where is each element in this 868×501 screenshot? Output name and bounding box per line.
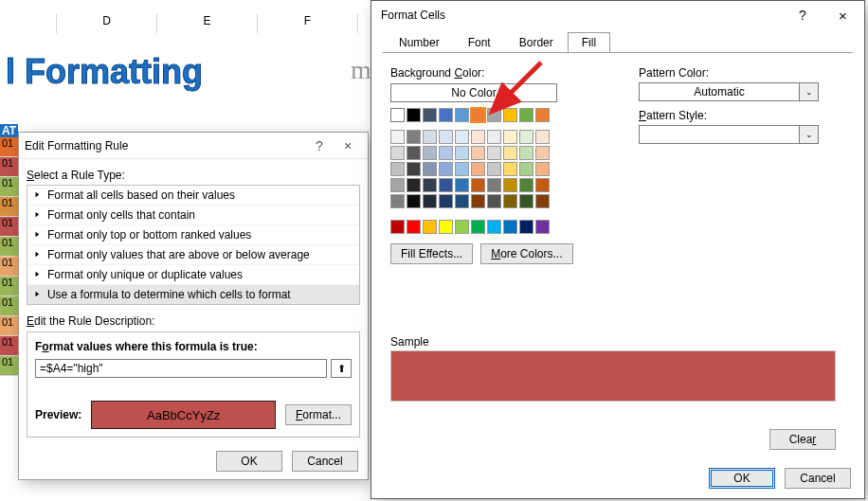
color-swatch[interactable]	[439, 194, 453, 208]
color-swatch[interactable]	[439, 146, 453, 160]
color-swatch[interactable]	[455, 162, 469, 176]
color-swatch[interactable]	[390, 220, 405, 234]
color-swatch[interactable]	[407, 146, 421, 160]
color-swatch[interactable]	[439, 108, 453, 122]
color-swatch[interactable]	[503, 162, 517, 176]
color-swatch[interactable]	[390, 178, 405, 192]
color-swatch[interactable]	[390, 194, 405, 208]
help-button[interactable]: ?	[305, 138, 334, 153]
color-swatch[interactable]	[487, 178, 501, 192]
formula-input[interactable]	[35, 359, 327, 378]
color-swatch[interactable]	[423, 178, 437, 192]
color-swatch[interactable]	[519, 194, 533, 208]
color-swatch[interactable]	[455, 146, 469, 160]
format-button[interactable]: Format...	[285, 404, 352, 425]
clear-button[interactable]: Clear	[769, 429, 836, 450]
color-swatch[interactable]	[423, 194, 437, 208]
dialog-titlebar[interactable]: Format Cells ? ×	[371, 1, 864, 29]
color-swatch[interactable]	[519, 162, 533, 176]
color-swatch[interactable]	[407, 130, 421, 144]
color-swatch[interactable]	[407, 162, 421, 176]
col-E[interactable]: E	[157, 14, 258, 33]
close-button[interactable]: ×	[334, 138, 362, 153]
color-swatch[interactable]	[503, 194, 517, 208]
color-swatch[interactable]	[487, 146, 501, 160]
color-swatch[interactable]	[487, 194, 501, 208]
tab-fill[interactable]: Fill	[568, 32, 610, 53]
color-swatch[interactable]	[535, 130, 550, 144]
color-swatch[interactable]	[471, 220, 485, 234]
color-swatch[interactable]	[535, 146, 550, 160]
color-swatch[interactable]	[471, 146, 485, 160]
rule-type-item[interactable]: Format only cells that contain	[27, 206, 359, 225]
color-swatch[interactable]	[535, 162, 550, 176]
color-swatch[interactable]	[423, 220, 437, 234]
color-swatch[interactable]	[455, 108, 469, 122]
fill-effects-button[interactable]: Fill Effects...	[390, 243, 473, 264]
color-swatch[interactable]	[471, 162, 485, 176]
rule-type-item[interactable]: Format only top or bottom ranked values	[27, 225, 359, 245]
col-D[interactable]: D	[57, 14, 157, 33]
color-swatch[interactable]	[390, 162, 405, 176]
color-swatch[interactable]	[519, 108, 533, 122]
color-swatch[interactable]	[439, 220, 453, 234]
color-swatch[interactable]	[439, 178, 453, 192]
color-swatch[interactable]	[519, 130, 533, 144]
color-swatch[interactable]	[471, 130, 485, 144]
color-swatch[interactable]	[439, 162, 453, 176]
color-swatch[interactable]	[439, 130, 453, 144]
tab-font[interactable]: Font	[454, 32, 505, 53]
color-swatch[interactable]	[390, 146, 405, 160]
color-swatch[interactable]	[487, 108, 501, 122]
color-swatch[interactable]	[519, 178, 533, 192]
color-swatch-none[interactable]	[390, 108, 405, 122]
color-swatch[interactable]	[471, 178, 485, 192]
color-swatch[interactable]	[487, 162, 501, 176]
color-swatch[interactable]	[487, 130, 501, 144]
ok-button[interactable]: OK	[709, 468, 775, 489]
rule-type-item-selected[interactable]: Use a formula to determine which cells t…	[27, 285, 359, 304]
color-swatch[interactable]	[407, 178, 421, 192]
pattern-style-combo[interactable]: ⌄	[639, 125, 819, 144]
color-swatch[interactable]	[455, 130, 469, 144]
close-button[interactable]: ×	[822, 8, 864, 24]
no-color-button[interactable]: No Color	[390, 83, 557, 102]
color-swatch[interactable]	[455, 194, 469, 208]
rule-type-item[interactable]: Format only unique or duplicate values	[27, 265, 359, 285]
color-swatch[interactable]	[503, 146, 517, 160]
ok-button[interactable]: OK	[216, 451, 282, 472]
more-colors-button[interactable]: More Colors...	[480, 243, 572, 264]
color-swatch[interactable]	[407, 108, 421, 122]
color-swatch[interactable]	[423, 108, 437, 122]
range-picker-button[interactable]: ⬆	[331, 359, 352, 378]
color-swatch[interactable]	[423, 146, 437, 160]
color-swatch[interactable]	[471, 194, 485, 208]
color-swatch[interactable]	[503, 108, 517, 122]
color-swatch[interactable]	[455, 178, 469, 192]
color-swatch[interactable]	[423, 130, 437, 144]
cancel-button[interactable]: Cancel	[785, 468, 851, 489]
tab-border[interactable]: Border	[505, 32, 568, 53]
color-swatch[interactable]	[487, 220, 501, 234]
color-swatch[interactable]	[455, 220, 469, 234]
help-button[interactable]: ?	[784, 8, 822, 23]
color-swatch[interactable]	[390, 130, 405, 144]
color-swatch[interactable]	[503, 220, 517, 234]
color-swatch[interactable]	[535, 178, 550, 192]
color-swatch[interactable]	[519, 146, 533, 160]
color-swatch[interactable]	[471, 108, 485, 122]
color-swatch[interactable]	[519, 220, 533, 234]
color-swatch[interactable]	[503, 178, 517, 192]
color-swatch[interactable]	[535, 220, 550, 234]
color-swatch[interactable]	[535, 194, 550, 208]
rule-type-list[interactable]: Format all cells based on their values F…	[27, 185, 360, 305]
tab-number[interactable]: Number	[385, 32, 454, 53]
rule-type-item[interactable]: Format only values that are above or bel…	[27, 245, 359, 265]
color-swatch[interactable]	[423, 162, 437, 176]
color-swatch[interactable]	[535, 108, 550, 122]
cancel-button[interactable]: Cancel	[292, 451, 358, 472]
color-swatch[interactable]	[407, 220, 421, 234]
dialog-titlebar[interactable]: Edit Formatting Rule ? ×	[19, 133, 368, 159]
col-F[interactable]: F	[258, 14, 358, 33]
color-swatch[interactable]	[407, 194, 421, 208]
